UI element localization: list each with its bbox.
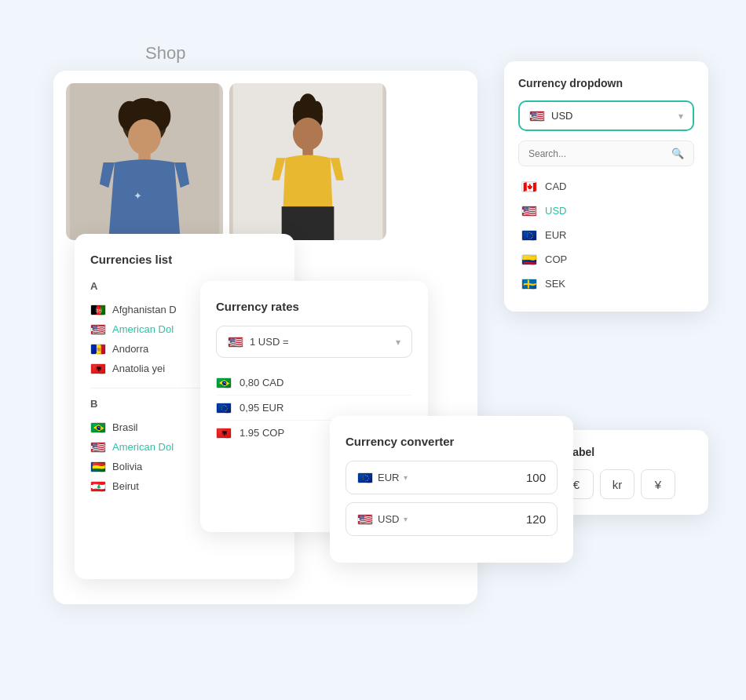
converter-to-value: 120 <box>526 512 546 526</box>
dropdown-option-cop[interactable]: 🇨🇴 COP <box>518 247 694 272</box>
svg-point-5 <box>128 119 161 155</box>
converter-to-currency: USD <box>378 513 399 525</box>
option-usd-label: USD <box>545 205 566 217</box>
currency-rates-title: Currency rates <box>216 300 412 313</box>
currency-name-bolivia: Bolivia <box>112 461 142 472</box>
rates-dropdown-left: 🇺🇸 1 USD = <box>228 336 289 348</box>
flag-us-rate: 🇺🇸 <box>228 337 243 348</box>
flag-eu-rate: 🇪🇺 <box>216 403 232 414</box>
flag-bo: 🇧🇴 <box>90 461 106 472</box>
flag-af: 🇦🇫 <box>90 304 106 315</box>
option-cop-label: COP <box>545 253 567 265</box>
dropdown-option-cad[interactable]: 🇨🇦 CAD <box>518 174 694 199</box>
dropdown-option-sek[interactable]: 🇸🇪 SEK <box>518 272 694 296</box>
shop-images: ✦ <box>53 71 477 253</box>
flag-ad: 🇦🇩 <box>90 344 106 355</box>
flag-lb: 🇱🇧 <box>90 481 106 492</box>
currency-name-anatolia: Anatolia yei <box>112 363 165 374</box>
currency-dropdown-card: Currency dropdown 🇺🇸 USD ▾ 🔍 🇨🇦 CAD 🇺🇸 U… <box>504 61 708 312</box>
currency-search-box[interactable]: 🔍 <box>518 140 694 166</box>
converter-from-left: 🇪🇺 EUR ▾ <box>357 472 408 483</box>
rates-dropdown[interactable]: 🇺🇸 1 USD = ▾ <box>216 326 412 358</box>
chevron-to-icon: ▾ <box>404 515 408 523</box>
rate-value-eur: 0,95 EUR <box>240 402 283 414</box>
chevron-down-select-icon: ▾ <box>678 111 683 122</box>
option-eur-label: EUR <box>545 229 566 241</box>
chevron-from-icon: ▾ <box>404 473 408 482</box>
shop-label: Shop <box>145 43 185 64</box>
chevron-down-icon: ▾ <box>396 337 400 348</box>
currency-name: Afghanistan D <box>112 304 177 315</box>
flag-br: 🇧🇷 <box>90 422 106 433</box>
rate-value-cad: 0,80 CAD <box>240 377 283 388</box>
search-input[interactable] <box>528 148 671 159</box>
svg-point-13 <box>293 118 323 151</box>
converter-from-currency: EUR <box>378 472 399 483</box>
svg-text:✦: ✦ <box>133 190 142 202</box>
currency-name-andorra: Andorra <box>112 343 148 355</box>
currency-name-beirut: Beirut <box>112 480 139 492</box>
dropdown-option-usd[interactable]: 🇺🇸 USD <box>518 199 694 223</box>
flag-eu-converter: 🇪🇺 <box>357 472 373 483</box>
currency-converter-title: Currency converter <box>346 435 558 448</box>
currency-name-usd-b: American Dol <box>112 441 174 453</box>
label-btn-yen[interactable]: ¥ <box>641 469 675 499</box>
flag-us-a: 🇺🇸 <box>90 324 106 335</box>
flag-us-opt: 🇺🇸 <box>521 206 537 217</box>
product-image-female <box>229 83 386 240</box>
label-btn-kr[interactable]: kr <box>600 469 634 499</box>
dropdown-select-left: 🇺🇸 USD <box>529 110 572 122</box>
product-image-male: ✦ <box>66 83 223 240</box>
flag-us-dropdown: 🇺🇸 <box>529 111 545 122</box>
search-icon: 🔍 <box>671 148 684 159</box>
flag-us-b: 🇺🇸 <box>90 442 106 453</box>
rate-value-cop: 1.95 COP <box>240 427 284 439</box>
currencies-list-title: Currencies list <box>90 253 279 266</box>
rates-base: 1 USD = <box>250 336 289 348</box>
selected-currency: USD <box>551 110 572 122</box>
converter-from-row[interactable]: 🇪🇺 EUR ▾ 100 <box>346 461 558 494</box>
currency-name-brasil: Brasil <box>112 421 138 433</box>
converter-from-value: 100 <box>526 471 546 484</box>
flag-br-rate: 🇧🇷 <box>216 377 232 388</box>
flag-co-opt: 🇨🇴 <box>521 254 537 265</box>
flag-eu-opt: 🇪🇺 <box>521 230 537 241</box>
flag-al: 🇦🇱 <box>90 363 106 374</box>
flag-us-converter: 🇺🇸 <box>357 514 373 525</box>
option-sek-label: SEK <box>545 278 565 290</box>
option-cad-label: CAD <box>545 180 566 192</box>
converter-to-left: 🇺🇸 USD ▾ <box>357 513 408 525</box>
flag-se-opt: 🇸🇪 <box>521 279 537 290</box>
flag-ca: 🇨🇦 <box>521 181 537 192</box>
currency-dropdown-title: Currency dropdown <box>518 77 694 89</box>
currency-name-usd-a: American Dol <box>112 323 174 335</box>
converter-to-row[interactable]: 🇺🇸 USD ▾ 120 <box>346 502 558 536</box>
currency-select[interactable]: 🇺🇸 USD ▾ <box>518 100 694 131</box>
dropdown-option-eur[interactable]: 🇪🇺 EUR <box>518 223 694 247</box>
currency-converter-card: Currency converter 🇪🇺 EUR ▾ 100 🇺🇸 USD ▾… <box>330 416 573 563</box>
rate-item-cad: 🇧🇷 0,80 CAD <box>216 370 412 396</box>
flag-al-rate: 🇦🇱 <box>216 428 232 439</box>
